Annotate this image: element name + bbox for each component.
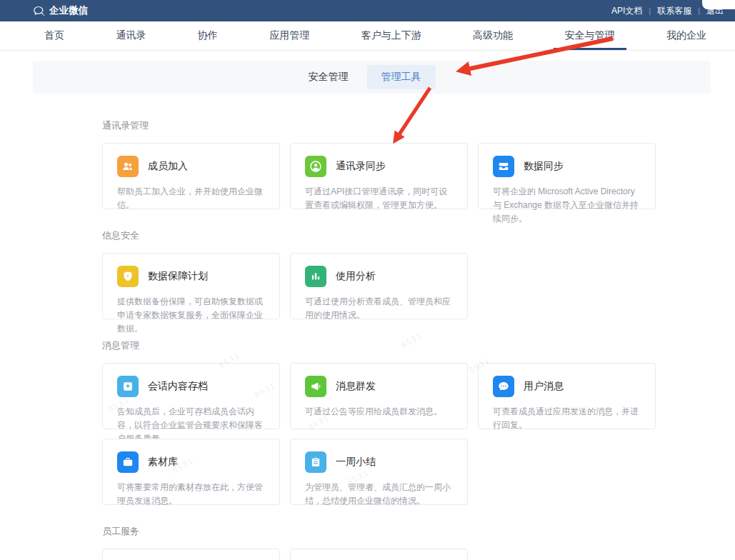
tools-content: 通讯录管理 成员加入 帮助员工加入企业，并开始使用企业微信。 bbox=[102, 119, 735, 560]
chat-bubble-icon bbox=[493, 376, 514, 397]
topbar: 企业微信 API文档 | 联系客服 | 退出 bbox=[0, 0, 735, 21]
tab-strip: 安全管理 管理工具 bbox=[33, 61, 711, 94]
wecom-bubble-icon bbox=[33, 5, 45, 17]
nav-item-my-company[interactable]: 我的企业 bbox=[666, 21, 706, 50]
nav-item-contacts[interactable]: 通讯录 bbox=[116, 21, 146, 50]
main-nav: 首页 通讯录 协作 应用管理 客户与上下游 高级功能 安全与管理 我的企业 bbox=[0, 21, 735, 51]
card-desc: 为管理员、管理者、成员汇总的一周小结，总结使用企业微信的情况。 bbox=[305, 481, 453, 508]
card-title: 成员加入 bbox=[148, 160, 188, 173]
shield-icon bbox=[117, 266, 139, 287]
card-material-library[interactable]: 素材库 可将重要常用的素材存放在此，方便管理员发送消息。 bbox=[102, 439, 280, 505]
card-desc: 帮助员工加入企业，并开始使用企业微信。 bbox=[117, 185, 265, 212]
card-grid: 成员加入 帮助员工加入企业，并开始使用企业微信。 通讯录同步 可通过API接口管… bbox=[102, 143, 735, 209]
card-title: 一周小结 bbox=[336, 456, 376, 469]
card-title: 数据同步 bbox=[524, 160, 564, 173]
contact-sync-icon bbox=[305, 156, 326, 177]
nav-item-security-management[interactable]: 安全与管理 bbox=[565, 21, 615, 50]
card-data-protection-plan[interactable]: 数据保障计划 提供数据备份保障，可自助恢复数据或申请专家数据恢复服务，全面保障企… bbox=[102, 253, 280, 319]
nav-item-app-management[interactable]: 应用管理 bbox=[269, 21, 309, 50]
card-message-broadcast[interactable]: 消息群发 可通过公告等应用给成员群发消息。 bbox=[290, 363, 468, 429]
card-title: 使用分析 bbox=[336, 270, 376, 283]
bar-chart-icon bbox=[305, 266, 326, 287]
card-title: 消息群发 bbox=[336, 380, 376, 393]
card-chat-archive[interactable]: 会话内容存档 告知成员后，企业可存档成员会话内容，以符合企业监管合规要求和保障客… bbox=[102, 363, 280, 429]
card-data-sync[interactable]: 数据同步 可将企业的 Microsoft Active Directory 与 … bbox=[478, 143, 656, 209]
members-icon bbox=[117, 156, 139, 177]
card-desc: 可通过API接口管理通讯录，同时可设置查看或编辑权限，管理更加方便。 bbox=[305, 185, 453, 212]
section-message-management: 消息管理 会话内容存档 告知成员后，企业可存档成员会话内容，以符合企业监管合规要… bbox=[102, 339, 735, 505]
section-title: 消息管理 bbox=[102, 339, 735, 352]
card-weekly-summary[interactable]: 一周小结 为管理员、管理者、成员汇总的一周小结，总结使用企业微信的情况。 bbox=[290, 439, 468, 505]
section-title: 通讯录管理 bbox=[102, 119, 735, 132]
nav-item-customers[interactable]: 客户与上下游 bbox=[361, 21, 421, 50]
nav-item-home[interactable]: 首页 bbox=[44, 21, 64, 50]
card-title: 用户消息 bbox=[524, 380, 564, 393]
card-desc: 可通过公告等应用给成员群发消息。 bbox=[305, 405, 453, 419]
card-member-join[interactable]: 成员加入 帮助员工加入企业，并开始使用企业微信。 bbox=[102, 143, 280, 209]
data-sync-icon bbox=[493, 156, 514, 177]
megaphone-icon bbox=[305, 376, 326, 397]
card-usage-analytics[interactable]: 使用分析 可通过使用分析查看成员、管理员和应用的使用情况。 bbox=[290, 253, 468, 319]
screen-corner-notch bbox=[702, 0, 735, 9]
brand-label: 企业微信 bbox=[49, 4, 88, 17]
api-docs-link[interactable]: API文档 bbox=[611, 5, 642, 17]
archive-icon bbox=[117, 376, 139, 397]
nav-item-advanced[interactable]: 高级功能 bbox=[473, 21, 513, 50]
card-grid: 数据保障计划 提供数据备份保障，可自助恢复数据或申请专家数据恢复服务，全面保障企… bbox=[102, 253, 735, 319]
card-desc: 可将企业的 Microsoft Active Directory 与 Excha… bbox=[493, 185, 641, 226]
section-information-security: 信息安全 数据保障计划 提供数据备份保障，可自助恢复数据或申请专家数据恢复服务，… bbox=[102, 229, 735, 319]
card-title: 会话内容存档 bbox=[148, 380, 208, 393]
card-title: 数据保障计划 bbox=[148, 270, 208, 283]
card-user-message[interactable]: 用户消息 可查看成员通过应用发送的消息，并进行回复。 bbox=[478, 363, 656, 429]
card-desc: 可将重要常用的素材存放在此，方便管理员发送消息。 bbox=[117, 481, 265, 508]
tab-security[interactable]: 安全管理 bbox=[309, 71, 349, 84]
tab-management-tools[interactable]: 管理工具 bbox=[367, 65, 436, 89]
card-reward[interactable]: 奖励 bbox=[290, 549, 468, 560]
section-title: 员工服务 bbox=[102, 525, 735, 538]
clipboard-icon bbox=[305, 451, 326, 473]
section-title: 信息安全 bbox=[102, 229, 735, 242]
separator: | bbox=[649, 6, 651, 15]
wecom-admin-page: 企业微信 API文档 | 联系客服 | 退出 首页 通讯录 协作 应用管理 客户… bbox=[0, 0, 735, 560]
card-desc: 提供数据备份保障，可自助恢复数据或申请专家数据恢复服务，全面保障企业数据。 bbox=[117, 295, 265, 336]
contact-support-link[interactable]: 联系客服 bbox=[657, 5, 691, 17]
card-desc: 可通过使用分析查看成员、管理员和应用的使用情况。 bbox=[305, 295, 453, 322]
card-desc: 可查看成员通过应用发送的消息，并进行回复。 bbox=[493, 405, 641, 432]
separator: | bbox=[698, 6, 700, 15]
card-title: 通讯录同步 bbox=[336, 160, 386, 173]
nav-item-collaboration[interactable]: 协作 bbox=[198, 21, 218, 50]
card-contacts-sync[interactable]: 通讯录同步 可通过API接口管理通讯录，同时可设置查看或编辑权限，管理更加方便。 bbox=[290, 143, 468, 209]
section-employee-services: 员工服务 员工服务 奖励 bbox=[102, 525, 735, 560]
card-employee-service[interactable]: 员工服务 bbox=[102, 549, 280, 560]
card-title: 素材库 bbox=[148, 456, 178, 469]
briefcase-icon bbox=[117, 451, 139, 473]
card-grid: 会话内容存档 告知成员后，企业可存档成员会话内容，以符合企业监管合规要求和保障客… bbox=[102, 363, 735, 505]
section-contacts-management: 通讯录管理 成员加入 帮助员工加入企业，并开始使用企业微信。 bbox=[102, 119, 735, 209]
card-grid: 员工服务 奖励 bbox=[102, 549, 735, 560]
wecom-logo[interactable]: 企业微信 bbox=[33, 4, 88, 17]
